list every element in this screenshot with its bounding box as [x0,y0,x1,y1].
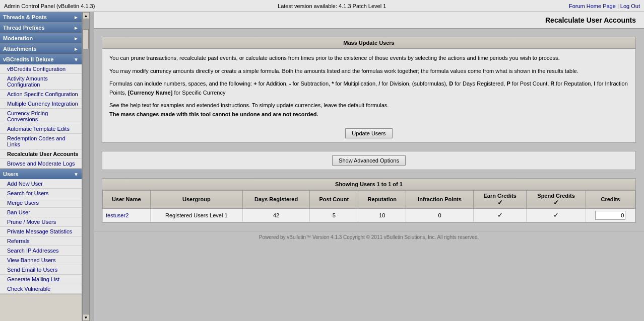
sidebar-section-thread-prefixes: Thread Prefixes ► [0,23,82,33]
username-link[interactable]: testuser2 [106,212,128,218]
col-username: User Name [103,190,151,208]
sidebar-item-prune-move[interactable]: Prune / Move Users [0,217,82,227]
sidebar-item-currency-pricing[interactable]: Currency Pricing Conversions [0,109,82,124]
table-row: testuser2 Registered Users Level 1 42 5 … [103,208,635,222]
mass-update-para1: You can prune transactions, recalculate … [109,54,628,63]
sidebar-item-add-user[interactable]: Add New User [0,179,82,189]
attachments-arrow: ► [74,46,79,52]
sidebar-item-gen-mailing[interactable]: Generate Mailing List [0,275,82,284]
cell-post-count: 5 [310,208,358,222]
scroll-thumb[interactable] [83,29,89,49]
col-infraction-points: Infraction Points [406,190,474,208]
col-spend-credits: Spend Credits ✓ [527,190,586,208]
cell-usergroup: Registered Users Level 1 [150,208,242,222]
sidebar-item-search-ip[interactable]: Search IP Addresses [0,246,82,256]
sidebar-item-view-banned[interactable]: View Banned Users [0,256,82,265]
users-subitems: Add New User Search for Users Merge User… [0,179,82,294]
users-table-panel: Showing Users 1 to 1 of 1 User Name User… [102,178,636,223]
sidebar-title-users[interactable]: Users ▼ [0,169,82,179]
col-credits: Credits [586,190,635,208]
sidebar-title-threads-posts[interactable]: Threads & Posts ► [0,12,82,22]
col-days-registered: Days Registered [242,190,309,208]
advanced-options-panel: Show Advanced Options [102,151,636,170]
advanced-options-container: Show Advanced Options [102,151,635,170]
sidebar-section-vbcredits: vBCredits II Deluxe ▼ vBCredits Configur… [0,54,82,169]
footer-text: Powered by vBulletin™ Version 4.1.3 Copy… [259,234,479,240]
logout-link[interactable]: Log Out [620,3,640,9]
header-title-text: Admin Control Panel [4,3,55,9]
page-footer: Powered by vBulletin™ Version 4.1.3 Copy… [94,231,644,243]
scroll-down-arrow[interactable]: ▼ [83,314,90,321]
sidebar-section-moderation: Moderation ► [0,33,82,44]
col-post-count: Post Count [310,190,358,208]
main-content: Recalculate User Accounts Mass Update Us… [94,12,644,321]
col-earn-credits: Earn Credits ✓ [474,190,527,208]
admin-header: Admin Control Panel (vBulletin 4.1.3) La… [0,0,644,12]
page-title: Recalculate User Accounts [94,12,644,29]
header-links: Forum Home Page | Log Out [569,3,640,9]
table-header-row: User Name Usergroup Days Registered Post… [103,190,635,208]
mass-update-body: You can prune transactions, recalculate … [102,49,635,124]
cell-username: testuser2 [103,208,151,222]
cell-earn-credits: ✓ [474,208,527,222]
sidebar-item-action-specific[interactable]: Action Specific Configuration [0,90,82,99]
sidebar-scrollbar[interactable]: ▲ ▼ [82,12,89,321]
sidebar-item-pm-stats[interactable]: Private Message Statistics [0,227,82,236]
sidebar-item-multi-currency[interactable]: Multiple Currency Integration [0,99,82,109]
sidebar-item-auto-template[interactable]: Automatic Template Edits [0,124,82,134]
earn-credits-check: ✓ [497,211,503,219]
sidebar-title-attachments[interactable]: Attachments ► [0,44,82,54]
sidebar-divider [90,12,94,321]
sidebar-item-merge-users[interactable]: Merge Users [0,198,82,208]
sidebar-item-referrals[interactable]: Referrals [0,236,82,246]
sidebar-item-redemption[interactable]: Redemption Codes and Links [0,134,82,149]
col-usergroup: Usergroup [150,190,242,208]
credits-input[interactable] [595,211,625,220]
cell-credits [586,208,635,222]
users-table-header: Showing Users 1 to 1 of 1 [102,179,635,190]
moderation-arrow: ► [74,36,79,41]
sidebar-item-send-email[interactable]: Send Email to Users [0,265,82,275]
sidebar-title-thread-prefixes[interactable]: Thread Prefixes ► [0,23,82,33]
scroll-track[interactable] [83,19,89,314]
spend-credits-check: ✓ [553,211,559,219]
sidebar-item-ban-user[interactable]: Ban User [0,208,82,217]
cell-infraction-points: 0 [406,208,474,222]
sidebar-item-browse-logs[interactable]: Browse and Moderate Logs [0,159,82,169]
col-reputation: Reputation [358,190,406,208]
sidebar-item-search-users[interactable]: Search for Users [0,189,82,198]
sidebar-section-users: Users ▼ Add New User Search for Users Me… [0,169,82,294]
mass-update-para2: You may modify currency amounts directly… [109,67,628,76]
mass-update-warning: The mass changes made with this tool can… [109,111,318,117]
header-version-info: Latest version available: 4.1.3 Patch Le… [278,3,386,9]
threads-posts-arrow: ► [74,15,79,20]
update-users-container: Update Users [102,124,635,142]
sidebar-item-recalculate[interactable]: Recalculate User Accounts [0,149,82,159]
show-advanced-options-button[interactable]: Show Advanced Options [332,155,406,166]
sidebar-item-vbc-config[interactable]: vBCredits Configuration [0,64,82,74]
sidebar-item-activity-amounts[interactable]: Activity Amounts Configuration [0,74,82,90]
header-version: (vBulletin 4.1.3) [56,3,95,9]
sidebar-section-attachments: Attachments ► [0,44,82,54]
spend-credits-header-check: ✓ [553,199,559,206]
mass-update-para3: Formulas can include numbers, spaces, an… [109,79,628,97]
users-arrow: ▼ [74,172,79,177]
header-title: Admin Control Panel (vBulletin 4.1.3) [4,3,95,9]
sidebar-title-moderation[interactable]: Moderation ► [0,33,82,43]
sidebar: Threads & Posts ► Thread Prefixes ► Mode… [0,12,82,321]
forum-home-link[interactable]: Forum Home Page [569,3,616,9]
sidebar-section-threads-posts: Threads & Posts ► [0,12,82,23]
vbcredits-subitems: vBCredits Configuration Activity Amounts… [0,64,82,169]
scroll-up-arrow[interactable]: ▲ [83,12,90,19]
cell-reputation: 10 [358,208,406,222]
cell-spend-credits: ✓ [527,208,586,222]
vbcredits-arrow: ▼ [74,57,79,62]
update-users-button[interactable]: Update Users [345,128,392,138]
mass-update-para4: See the help text for examples and exten… [109,101,628,119]
mass-update-header: Mass Update Users [102,37,635,49]
sidebar-item-check-vuln[interactable]: Check Vulnerable [0,284,82,294]
mass-update-panel: Mass Update Users You can prune transact… [102,37,636,143]
sidebar-title-vbcredits[interactable]: vBCredits II Deluxe ▼ [0,54,82,64]
users-table: User Name Usergroup Days Registered Post… [102,190,635,222]
thread-prefixes-arrow: ► [74,25,79,31]
